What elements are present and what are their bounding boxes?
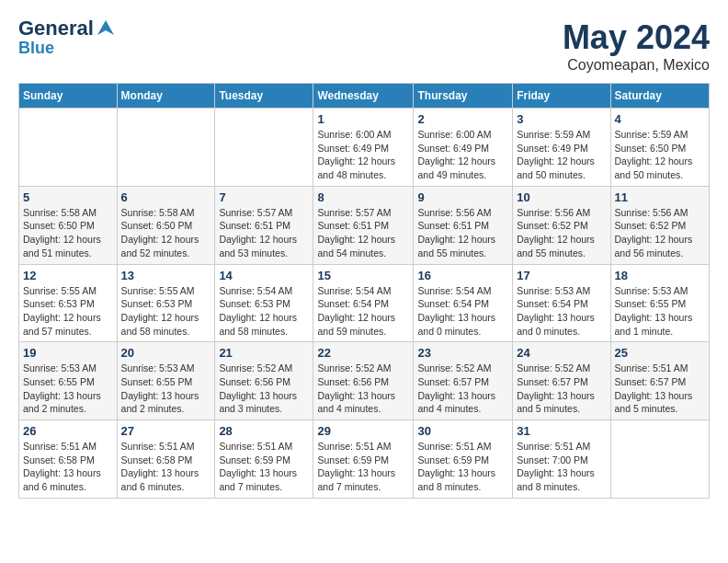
calendar-cell: 16Sunrise: 5:54 AM Sunset: 6:54 PM Dayli… <box>414 264 513 342</box>
logo-general: General <box>18 18 94 39</box>
day-info: Sunrise: 5:51 AM Sunset: 6:59 PM Dayligh… <box>417 440 508 494</box>
day-info: Sunrise: 5:54 AM Sunset: 6:54 PM Dayligh… <box>417 284 508 339</box>
day-number: 8 <box>317 190 409 204</box>
calendar-cell: 21Sunrise: 5:52 AM Sunset: 6:56 PM Dayli… <box>215 342 313 420</box>
day-info: Sunrise: 5:54 AM Sunset: 6:53 PM Dayligh… <box>219 284 309 339</box>
column-header-monday: Monday <box>117 84 215 109</box>
day-number: 24 <box>517 346 606 360</box>
title-block: May 2024 Coyomeapan, Mexico <box>563 18 710 74</box>
day-info: Sunrise: 5:51 AM Sunset: 6:59 PM Dayligh… <box>317 440 409 494</box>
day-number: 11 <box>615 190 705 204</box>
day-number: 19 <box>23 346 113 360</box>
calendar-body: 1Sunrise: 6:00 AM Sunset: 6:49 PM Daylig… <box>19 109 710 499</box>
calendar-cell: 28Sunrise: 5:51 AM Sunset: 6:59 PM Dayli… <box>215 420 313 499</box>
day-info: Sunrise: 5:51 AM Sunset: 6:57 PM Dayligh… <box>615 362 705 416</box>
day-info: Sunrise: 5:57 AM Sunset: 6:51 PM Dayligh… <box>317 206 409 260</box>
day-info: Sunrise: 5:54 AM Sunset: 6:54 PM Dayligh… <box>317 284 409 339</box>
day-number: 29 <box>317 424 409 438</box>
logo: General Blue <box>18 18 116 58</box>
day-number: 6 <box>121 190 211 204</box>
logo-blue: Blue <box>18 39 54 58</box>
day-number: 12 <box>23 269 113 282</box>
day-number: 9 <box>417 190 508 204</box>
calendar-cell: 9Sunrise: 5:56 AM Sunset: 6:51 PM Daylig… <box>414 186 513 264</box>
day-info: Sunrise: 5:51 AM Sunset: 6:58 PM Dayligh… <box>23 440 113 494</box>
column-header-sunday: Sunday <box>19 84 118 109</box>
day-number: 10 <box>517 190 606 204</box>
day-info: Sunrise: 5:57 AM Sunset: 6:51 PM Dayligh… <box>219 206 309 260</box>
calendar-cell <box>19 109 118 187</box>
day-info: Sunrise: 5:56 AM Sunset: 6:51 PM Dayligh… <box>417 206 508 260</box>
calendar-cell: 6Sunrise: 5:58 AM Sunset: 6:50 PM Daylig… <box>117 186 215 264</box>
day-info: Sunrise: 5:58 AM Sunset: 6:50 PM Dayligh… <box>23 206 113 260</box>
day-info: Sunrise: 5:55 AM Sunset: 6:53 PM Dayligh… <box>23 284 113 339</box>
day-info: Sunrise: 5:51 AM Sunset: 6:58 PM Dayligh… <box>121 440 211 494</box>
day-info: Sunrise: 5:52 AM Sunset: 6:57 PM Dayligh… <box>417 362 508 416</box>
day-info: Sunrise: 5:51 AM Sunset: 6:59 PM Dayligh… <box>219 440 309 494</box>
calendar-cell: 26Sunrise: 5:51 AM Sunset: 6:58 PM Dayli… <box>19 420 118 499</box>
calendar-cell <box>610 420 709 499</box>
column-header-friday: Friday <box>513 84 610 109</box>
column-header-saturday: Saturday <box>610 84 709 109</box>
day-number: 27 <box>121 424 211 438</box>
day-number: 2 <box>417 112 508 126</box>
calendar-cell: 1Sunrise: 6:00 AM Sunset: 6:49 PM Daylig… <box>313 109 414 187</box>
calendar-cell: 18Sunrise: 5:53 AM Sunset: 6:55 PM Dayli… <box>610 264 709 342</box>
calendar-cell: 11Sunrise: 5:56 AM Sunset: 6:52 PM Dayli… <box>610 186 709 264</box>
day-info: Sunrise: 5:59 AM Sunset: 6:49 PM Dayligh… <box>517 128 606 182</box>
day-number: 15 <box>317 269 409 282</box>
calendar-cell: 29Sunrise: 5:51 AM Sunset: 6:59 PM Dayli… <box>313 420 414 499</box>
day-number: 5 <box>23 190 113 204</box>
calendar-cell <box>215 109 313 187</box>
day-number: 30 <box>417 424 508 438</box>
calendar-cell: 10Sunrise: 5:56 AM Sunset: 6:52 PM Dayli… <box>513 186 610 264</box>
calendar-cell <box>117 109 215 187</box>
day-info: Sunrise: 5:53 AM Sunset: 6:55 PM Dayligh… <box>121 362 211 416</box>
week-row-1: 1Sunrise: 6:00 AM Sunset: 6:49 PM Daylig… <box>19 109 710 187</box>
day-info: Sunrise: 6:00 AM Sunset: 6:49 PM Dayligh… <box>417 128 508 182</box>
day-info: Sunrise: 5:59 AM Sunset: 6:50 PM Dayligh… <box>615 128 705 182</box>
location: Coyomeapan, Mexico <box>563 57 710 74</box>
day-number: 25 <box>615 346 705 360</box>
day-info: Sunrise: 5:55 AM Sunset: 6:53 PM Dayligh… <box>121 284 211 339</box>
day-info: Sunrise: 5:51 AM Sunset: 7:00 PM Dayligh… <box>517 440 606 494</box>
calendar-table: SundayMondayTuesdayWednesdayThursdayFrid… <box>18 83 710 499</box>
day-number: 26 <box>23 424 113 438</box>
calendar-cell: 13Sunrise: 5:55 AM Sunset: 6:53 PM Dayli… <box>117 264 215 342</box>
day-number: 3 <box>517 112 606 126</box>
day-number: 21 <box>219 346 309 360</box>
calendar-header-row: SundayMondayTuesdayWednesdayThursdayFrid… <box>19 84 710 109</box>
calendar-cell: 23Sunrise: 5:52 AM Sunset: 6:57 PM Dayli… <box>414 342 513 420</box>
day-info: Sunrise: 5:53 AM Sunset: 6:54 PM Dayligh… <box>517 284 606 339</box>
calendar-cell: 2Sunrise: 6:00 AM Sunset: 6:49 PM Daylig… <box>414 109 513 187</box>
day-number: 7 <box>219 190 309 204</box>
calendar-cell: 30Sunrise: 5:51 AM Sunset: 6:59 PM Dayli… <box>414 420 513 499</box>
day-number: 14 <box>219 269 309 282</box>
calendar-cell: 19Sunrise: 5:53 AM Sunset: 6:55 PM Dayli… <box>19 342 118 420</box>
day-number: 16 <box>417 269 508 282</box>
day-info: Sunrise: 6:00 AM Sunset: 6:49 PM Dayligh… <box>317 128 409 182</box>
logo-bird-icon <box>96 18 116 39</box>
calendar-cell: 5Sunrise: 5:58 AM Sunset: 6:50 PM Daylig… <box>19 186 118 264</box>
day-number: 13 <box>121 269 211 282</box>
day-info: Sunrise: 5:53 AM Sunset: 6:55 PM Dayligh… <box>23 362 113 416</box>
day-info: Sunrise: 5:56 AM Sunset: 6:52 PM Dayligh… <box>517 206 606 260</box>
month-year: May 2024 <box>563 18 710 57</box>
day-number: 18 <box>615 269 705 282</box>
calendar-cell: 8Sunrise: 5:57 AM Sunset: 6:51 PM Daylig… <box>313 186 414 264</box>
day-number: 31 <box>517 424 606 438</box>
calendar-cell: 15Sunrise: 5:54 AM Sunset: 6:54 PM Dayli… <box>313 264 414 342</box>
day-info: Sunrise: 5:53 AM Sunset: 6:55 PM Dayligh… <box>615 284 705 339</box>
page-header: General Blue May 2024 Coyomeapan, Mexico <box>18 18 710 74</box>
day-info: Sunrise: 5:52 AM Sunset: 6:56 PM Dayligh… <box>317 362 409 416</box>
column-header-thursday: Thursday <box>414 84 513 109</box>
calendar-cell: 4Sunrise: 5:59 AM Sunset: 6:50 PM Daylig… <box>610 109 709 187</box>
day-number: 23 <box>417 346 508 360</box>
column-header-tuesday: Tuesday <box>215 84 313 109</box>
calendar-cell: 12Sunrise: 5:55 AM Sunset: 6:53 PM Dayli… <box>19 264 118 342</box>
day-info: Sunrise: 5:52 AM Sunset: 6:56 PM Dayligh… <box>219 362 309 416</box>
week-row-2: 5Sunrise: 5:58 AM Sunset: 6:50 PM Daylig… <box>19 186 710 264</box>
day-number: 17 <box>517 269 606 282</box>
calendar-cell: 31Sunrise: 5:51 AM Sunset: 7:00 PM Dayli… <box>513 420 610 499</box>
column-header-wednesday: Wednesday <box>313 84 414 109</box>
